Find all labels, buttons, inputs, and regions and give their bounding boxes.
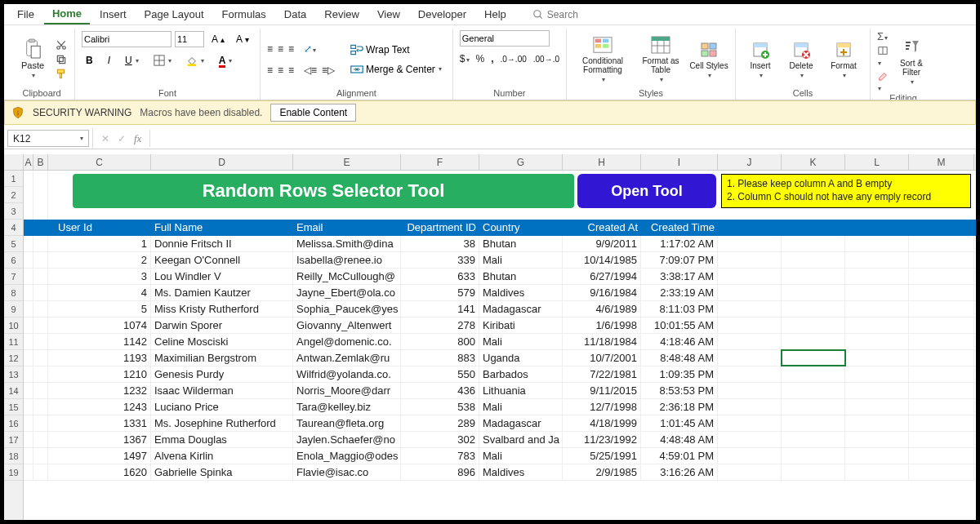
cell[interactable]: Miss Kristy Rutherford (151, 301, 293, 317)
row-17[interactable]: 17 (4, 432, 23, 448)
cell[interactable]: 538 (401, 399, 479, 415)
accept-icon[interactable]: ✓ (118, 133, 126, 144)
select-all-corner[interactable] (4, 154, 24, 170)
cell[interactable] (718, 252, 782, 268)
cell[interactable] (24, 318, 33, 333)
row-18[interactable]: 18 (4, 448, 23, 464)
cell[interactable] (782, 415, 845, 431)
cell[interactable]: 9/16/1984 (563, 285, 641, 300)
decrease-font-icon[interactable]: A▾ (232, 31, 253, 47)
cell[interactable]: 8:11:03 PM (641, 301, 718, 317)
italic-button[interactable]: I (104, 52, 114, 69)
delete-cells-button[interactable]: Delete▾ (783, 31, 819, 88)
cell[interactable]: Norris_Moore@darr (293, 383, 401, 398)
cell[interactable] (24, 285, 33, 300)
cell[interactable] (845, 448, 909, 464)
cell[interactable]: 278 (401, 318, 479, 333)
cell[interactable]: 11/23/1992 (563, 432, 641, 447)
row-15[interactable]: 15 (4, 399, 23, 415)
align-middle-icon[interactable]: ≡ (278, 43, 283, 55)
align-left-icon[interactable]: ≡ (267, 64, 273, 76)
cell[interactable] (718, 432, 782, 447)
cell[interactable]: Sophia_Paucek@yes (293, 301, 401, 317)
cell[interactable]: 141 (401, 301, 479, 317)
conditional-formatting-button[interactable]: Conditional Formatting▾ (573, 31, 632, 88)
cell[interactable] (909, 252, 974, 268)
cell[interactable] (909, 334, 974, 349)
cell[interactable]: 2 (48, 252, 151, 268)
row-12[interactable]: 12 (4, 350, 23, 366)
cell[interactable]: 11/18/1984 (563, 334, 641, 349)
border-icon[interactable]: ▾ (149, 52, 176, 69)
cell[interactable]: Melissa.Smith@dina (293, 236, 401, 251)
row-14[interactable]: 14 (4, 383, 23, 399)
col-M[interactable]: M (909, 154, 974, 170)
cell[interactable]: 6/27/1994 (563, 269, 641, 284)
align-top-icon[interactable]: ≡ (267, 43, 273, 55)
cell[interactable]: Madagascar (479, 301, 563, 317)
cell[interactable]: 4:48:48 AM (641, 432, 718, 447)
cell[interactable] (24, 301, 33, 317)
col-D[interactable]: D (151, 154, 293, 170)
cell[interactable]: Isabella@renee.io (293, 252, 401, 268)
tab-insert[interactable]: Insert (91, 5, 135, 24)
font-name-combo[interactable] (82, 31, 172, 47)
font-size-combo[interactable] (175, 31, 204, 47)
row-16[interactable]: 16 (4, 415, 23, 432)
cell[interactable] (33, 301, 48, 317)
cell[interactable]: 4 (48, 285, 151, 300)
cell[interactable] (33, 464, 48, 480)
cell[interactable] (845, 236, 909, 251)
cell[interactable]: 3:16:26 AM (641, 464, 718, 480)
col-L[interactable]: L (845, 154, 909, 170)
hdr-email[interactable]: Email (293, 220, 401, 236)
cell[interactable]: 1210 (48, 366, 151, 382)
row-5[interactable]: 5 (4, 236, 23, 252)
cell[interactable]: Gabrielle Spinka (151, 464, 293, 480)
cell[interactable] (718, 236, 782, 251)
cell[interactable] (782, 464, 845, 480)
cell[interactable]: 1367 (48, 432, 151, 447)
cell[interactable] (33, 252, 48, 268)
increase-indent-icon[interactable]: ≡▷ (322, 64, 335, 76)
cell[interactable]: Taurean@fleta.org (293, 415, 401, 431)
col-E[interactable]: E (293, 154, 401, 170)
cell[interactable]: Celine Mosciski (151, 334, 293, 349)
cell[interactable]: Jaylen.Schaefer@no (293, 432, 401, 447)
cell[interactable] (845, 432, 909, 447)
cell[interactable]: 7/22/1981 (563, 366, 641, 382)
bold-button[interactable]: B (82, 52, 97, 69)
cell[interactable] (782, 334, 845, 349)
cell[interactable] (24, 350, 33, 366)
cell[interactable] (845, 252, 909, 268)
cell[interactable] (718, 464, 782, 480)
cancel-icon[interactable]: ✕ (101, 133, 109, 144)
cell[interactable]: 10/7/2001 (563, 350, 641, 366)
formula-input[interactable] (149, 130, 976, 147)
cell[interactable]: 2:33:19 AM (641, 285, 718, 300)
cell[interactable]: 1243 (48, 399, 151, 415)
tab-page-layout[interactable]: Page Layout (136, 5, 212, 24)
cell[interactable]: Madagascar (479, 415, 563, 431)
format-painter-icon[interactable] (55, 69, 68, 80)
cell[interactable] (845, 334, 909, 349)
cell[interactable]: Ms. Josephine Rutherford (151, 415, 293, 431)
cell[interactable]: 436 (401, 383, 479, 398)
cell[interactable]: 12/7/1998 (563, 399, 641, 415)
hdr-userid[interactable]: User Id (48, 220, 151, 236)
cell[interactable] (33, 269, 48, 284)
col-I[interactable]: I (641, 154, 718, 170)
fill-color-icon[interactable]: ▾ (182, 52, 208, 69)
cell[interactable]: Mali (479, 334, 563, 349)
cell[interactable] (845, 383, 909, 398)
cell[interactable]: Emma Douglas (151, 432, 293, 447)
cell[interactable] (33, 350, 48, 366)
cell[interactable] (718, 350, 782, 366)
cell[interactable]: Lou Windler V (151, 269, 293, 284)
insert-cells-button[interactable]: Insert▾ (742, 31, 778, 88)
cell[interactable]: Mali (479, 252, 563, 268)
cell[interactable] (24, 334, 33, 349)
cell[interactable]: Bhutan (479, 269, 563, 284)
increase-font-icon[interactable]: A▴ (207, 31, 229, 47)
col-H[interactable]: H (563, 154, 641, 170)
